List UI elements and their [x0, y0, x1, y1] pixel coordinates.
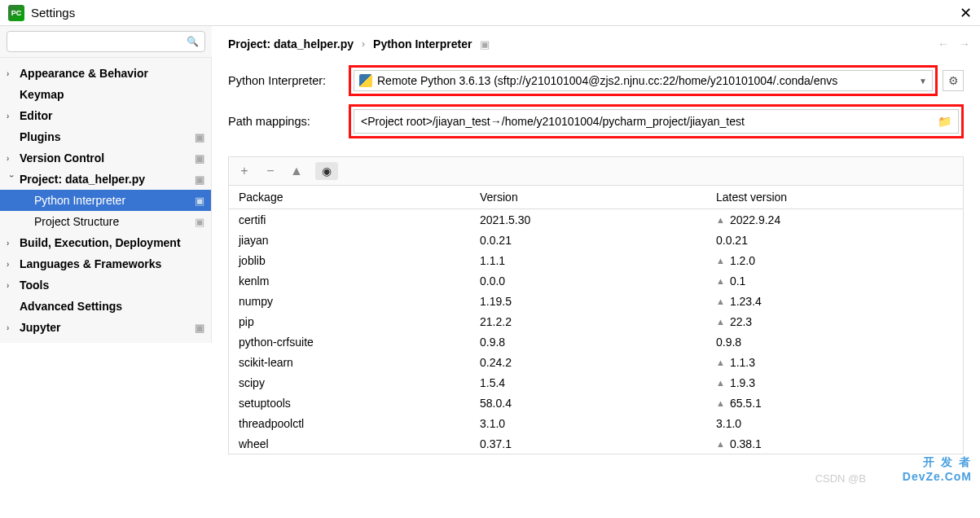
sidebar-item-python-interpreter[interactable]: Python Interpreter▣: [0, 190, 211, 211]
gear-icon: ⚙: [948, 74, 959, 87]
cell-package: numpy: [239, 295, 480, 308]
interpreter-value: Remote Python 3.6.13 (sftp://y210101004@…: [377, 74, 837, 87]
cell-latest: ▲ 1.2.0: [716, 254, 953, 267]
sidebar-item-label: Appearance & Behavior: [20, 67, 148, 80]
remove-button[interactable]: −: [263, 164, 278, 178]
sidebar-item-editor[interactable]: ›Editor: [0, 105, 211, 126]
close-icon[interactable]: ✕: [960, 4, 972, 22]
upgrade-icon: ▲: [716, 398, 725, 408]
chevron-right-icon: ›: [7, 323, 16, 332]
col-latest[interactable]: Latest version: [716, 191, 953, 204]
search-input[interactable]: [7, 31, 205, 52]
table-row[interactable]: pip21.2.2▲ 22.3: [229, 311, 963, 331]
cell-package: joblib: [239, 254, 480, 267]
table-row[interactable]: scikit-learn0.24.2▲ 1.1.3: [229, 352, 963, 372]
upgrade-icon: ▲: [716, 317, 725, 327]
content-area: ← → Project: data_helper.py › Python Int…: [212, 26, 980, 488]
col-version[interactable]: Version: [480, 191, 716, 204]
titlebar: PC Settings ✕: [0, 0, 980, 26]
table-row[interactable]: threadpoolctl3.1.03.1.0: [229, 413, 963, 433]
up-button[interactable]: ▲: [289, 164, 304, 178]
sidebar-item-tools[interactable]: ›Tools: [0, 274, 211, 296]
chevron-right-icon: ›: [7, 69, 16, 78]
cell-version: 3.1.0: [480, 417, 716, 430]
cell-package: kenlm: [239, 274, 480, 288]
table-row[interactable]: wheel0.37.1▲ 0.38.1: [229, 433, 963, 454]
table-row[interactable]: certifi2021.5.30▲ 2022.9.24: [229, 209, 963, 230]
cell-version: 1.5.4: [480, 376, 716, 389]
sidebar-item-label: Build, Execution, Deployment: [20, 236, 181, 249]
cell-package: certifi: [239, 213, 480, 226]
cell-latest: 3.1.0: [716, 417, 953, 430]
table-row[interactable]: setuptools58.0.4▲ 65.5.1: [229, 393, 963, 413]
table-row[interactable]: scipy1.5.4▲ 1.9.3: [229, 372, 963, 393]
sidebar-item-jupyter[interactable]: ›Jupyter▣: [0, 317, 211, 338]
cell-package: wheel: [239, 437, 480, 450]
sidebar-item-project[interactable]: ›Project: data_helper.py▣: [0, 169, 211, 190]
interpreter-highlight: Remote Python 3.6.13 (sftp://y210101004@…: [349, 65, 938, 96]
forward-icon[interactable]: →: [959, 37, 970, 50]
app-icon: PC: [8, 5, 24, 21]
sidebar-item-label: Languages & Frameworks: [20, 257, 161, 270]
col-package[interactable]: Package: [239, 191, 480, 204]
watermark-line2: DevZe.CoM: [903, 470, 972, 483]
table-row[interactable]: joblib1.1.1▲ 1.2.0: [229, 250, 963, 270]
cell-version: 58.0.4: [480, 397, 716, 410]
nav-arrows: ← →: [938, 37, 970, 50]
watermark-line1: 开 发 者: [903, 455, 972, 470]
cell-latest: ▲ 0.38.1: [716, 437, 953, 450]
cell-version: 1.19.5: [480, 295, 716, 308]
eye-button[interactable]: ◉: [315, 162, 338, 180]
module-icon: ▣: [195, 152, 204, 165]
breadcrumb-page: Python Interpreter: [373, 37, 472, 50]
cell-latest: ▲ 65.5.1: [716, 397, 953, 410]
package-table: Package Version Latest version certifi20…: [228, 185, 964, 454]
sidebar-item-languages[interactable]: ›Languages & Frameworks: [0, 253, 211, 274]
upgrade-icon: ▲: [716, 378, 725, 388]
upgrade-icon: ▲: [716, 439, 725, 449]
sidebar-item-label: Editor: [20, 109, 52, 122]
sidebar-item-advanced[interactable]: Advanced Settings: [0, 296, 211, 317]
sidebar-item-project-structure[interactable]: Project Structure▣: [0, 211, 211, 232]
sidebar-item-label: Project Structure: [34, 215, 119, 228]
back-icon[interactable]: ←: [938, 37, 949, 50]
chevron-down-icon: ›: [7, 174, 16, 184]
table-body: certifi2021.5.30▲ 2022.9.24jiayan0.0.210…: [229, 209, 963, 454]
add-button[interactable]: +: [237, 164, 252, 178]
sidebar-item-appearance[interactable]: ›Appearance & Behavior: [0, 63, 211, 84]
sidebar-item-plugins[interactable]: Plugins▣: [0, 126, 211, 147]
sidebar-item-keymap[interactable]: Keymap: [0, 84, 211, 105]
breadcrumb-project[interactable]: Project: data_helper.py: [228, 37, 354, 50]
cell-latest: ▲ 0.1: [716, 274, 953, 288]
interpreter-dropdown[interactable]: Remote Python 3.6.13 (sftp://y210101004@…: [354, 70, 933, 91]
upgrade-icon: ▲: [716, 276, 725, 286]
upgrade-icon: ▲: [716, 256, 725, 266]
python-icon: [359, 74, 372, 87]
table-row[interactable]: kenlm0.0.0▲ 0.1: [229, 270, 963, 291]
path-row: Path mappings: <Project root>/jiayan_tes…: [228, 104, 964, 138]
upgrade-icon: ▲: [716, 215, 725, 225]
sidebar-item-build[interactable]: ›Build, Execution, Deployment: [0, 232, 211, 253]
cell-package: scikit-learn: [239, 356, 480, 369]
cell-latest: ▲ 1.9.3: [716, 376, 953, 389]
chevron-right-icon: ›: [7, 239, 16, 248]
table-row[interactable]: jiayan0.0.210.0.21: [229, 230, 963, 250]
cell-version: 0.37.1: [480, 437, 716, 450]
table-row[interactable]: numpy1.19.5▲ 1.23.4: [229, 291, 963, 311]
sidebar-item-label: Version Control: [20, 151, 104, 165]
cell-package: python-crfsuite: [239, 336, 480, 349]
upgrade-icon: ▲: [716, 358, 725, 367]
path-label: Path mappings:: [228, 115, 349, 128]
gear-button[interactable]: ⚙: [943, 70, 964, 91]
watermark: 开 发 者 DevZe.CoM: [903, 455, 972, 483]
cell-latest: ▲ 1.23.4: [716, 295, 953, 308]
search-bar: 🔍: [0, 26, 212, 58]
module-icon: ▣: [195, 322, 204, 334]
folder-icon[interactable]: 📁: [938, 115, 951, 128]
module-icon: ▣: [195, 195, 204, 207]
module-icon: ▣: [195, 131, 204, 143]
path-input[interactable]: <Project root>/jiayan_test→/home/y210101…: [354, 109, 959, 134]
sidebar-item-label: Project: data_helper.py: [20, 173, 145, 186]
sidebar-item-version-control[interactable]: ›Version Control▣: [0, 147, 211, 169]
table-row[interactable]: python-crfsuite0.9.80.9.8: [229, 331, 963, 352]
